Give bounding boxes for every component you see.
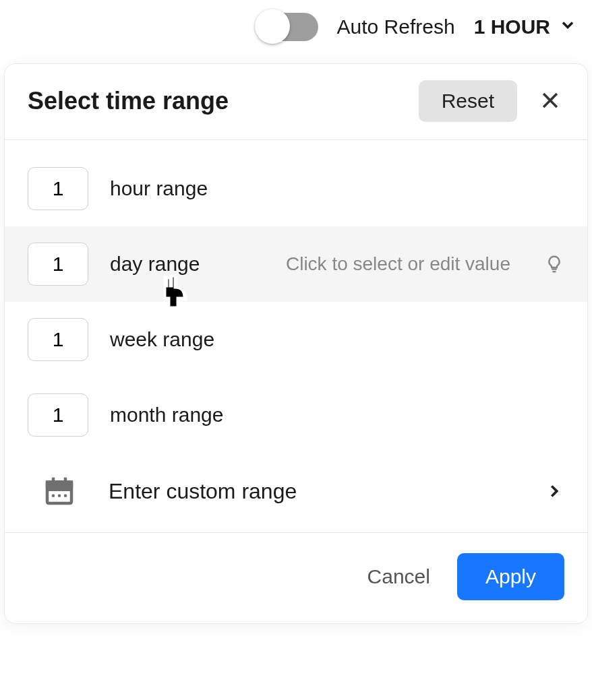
- range-label: day range: [110, 253, 200, 276]
- range-input-day[interactable]: [28, 243, 88, 286]
- svg-point-8: [58, 495, 61, 498]
- range-label: month range: [110, 404, 223, 426]
- range-input-week[interactable]: [28, 318, 88, 361]
- lightbulb-icon: [544, 254, 564, 274]
- svg-point-9: [64, 495, 67, 498]
- range-hint: Click to select or edit value: [286, 253, 510, 275]
- range-input-hour[interactable]: [28, 167, 88, 210]
- top-bar: Auto Refresh 1 HOUR: [0, 0, 592, 47]
- cancel-button[interactable]: Cancel: [363, 565, 434, 589]
- range-row-day[interactable]: day range Click to select or edit value: [5, 226, 587, 302]
- auto-refresh-label: Auto Refresh: [337, 15, 455, 38]
- close-button[interactable]: [536, 86, 564, 117]
- svg-rect-3: [46, 480, 73, 488]
- time-range-dialog: Select time range Reset hour range day r…: [4, 63, 588, 624]
- calendar-icon: [41, 473, 78, 509]
- time-range-dropdown[interactable]: 1 HOUR: [474, 15, 577, 39]
- reset-button[interactable]: Reset: [419, 80, 517, 122]
- svg-point-7: [52, 495, 55, 498]
- custom-range-row[interactable]: Enter custom range: [5, 453, 587, 533]
- range-row-hour[interactable]: hour range: [5, 151, 587, 226]
- chevron-right-icon: [544, 481, 564, 501]
- custom-range-label: Enter custom range: [109, 479, 513, 504]
- range-row-week[interactable]: week range: [5, 302, 587, 377]
- dialog-header: Select time range Reset: [5, 64, 587, 140]
- close-icon: [539, 89, 562, 114]
- range-row-month[interactable]: month range: [5, 377, 587, 453]
- range-options: hour range day range Click to select or …: [5, 140, 587, 533]
- range-label: week range: [110, 328, 214, 351]
- auto-refresh-toggle[interactable]: [256, 13, 318, 41]
- range-label: hour range: [110, 177, 208, 200]
- svg-rect-5: [52, 478, 55, 484]
- chevron-down-icon: [558, 15, 577, 39]
- svg-rect-6: [64, 478, 67, 484]
- apply-button[interactable]: Apply: [457, 553, 564, 600]
- range-input-month[interactable]: [28, 393, 88, 437]
- dialog-footer: Cancel Apply: [5, 533, 587, 623]
- time-range-value: 1 HOUR: [474, 15, 550, 38]
- dialog-title: Select time range: [28, 87, 419, 115]
- toggle-knob: [255, 9, 290, 44]
